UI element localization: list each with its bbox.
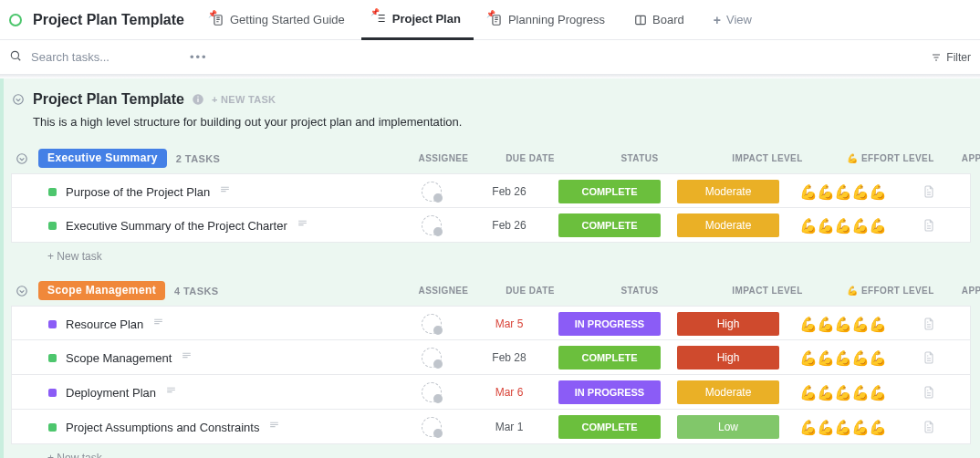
tab-project-plan[interactable]: 📌 Project Plan xyxy=(361,0,474,40)
effort-level[interactable]: 💪💪💪💪💪 xyxy=(787,349,897,367)
task-name[interactable]: Resource Plan xyxy=(66,317,143,331)
task-row[interactable]: Deployment PlanMar 6IN PROGRESSModerate💪… xyxy=(11,375,971,410)
task-name[interactable]: Deployment Plan xyxy=(66,386,156,400)
appendix-button[interactable] xyxy=(897,350,961,365)
impact-badge[interactable]: High xyxy=(677,312,779,336)
assignee-cell[interactable] xyxy=(395,348,468,368)
status-badge[interactable]: IN PROGRESS xyxy=(558,380,661,404)
plus-icon: + xyxy=(714,13,721,27)
group-badge[interactable]: Executive Summary xyxy=(38,149,167,168)
col-impact: IMPACT LEVEL xyxy=(708,286,827,296)
task-name[interactable]: Scope Management xyxy=(66,351,172,365)
filter-bar: ••• Filter xyxy=(0,40,980,75)
description-icon[interactable] xyxy=(165,385,177,400)
impact-badge[interactable]: Low xyxy=(677,415,779,439)
appendix-button[interactable] xyxy=(897,218,961,233)
status-badge[interactable]: COMPLETE xyxy=(558,180,661,203)
description-icon[interactable] xyxy=(297,218,308,233)
status-square-icon[interactable] xyxy=(48,423,57,432)
task-name[interactable]: Executive Summary of the Project Charter xyxy=(66,219,287,233)
description-icon[interactable] xyxy=(268,420,280,434)
assignee-cell[interactable] xyxy=(395,417,468,437)
due-date[interactable]: Mar 6 xyxy=(468,386,550,399)
list-icon: 📌 xyxy=(374,12,387,25)
due-date[interactable]: Feb 26 xyxy=(468,219,550,232)
search-input[interactable] xyxy=(31,50,177,64)
task-row[interactable]: Resource PlanMar 5IN PROGRESSHigh💪💪💪💪💪 xyxy=(11,306,971,340)
tab-getting-started[interactable]: 📌 Getting Started Guide xyxy=(199,0,358,40)
new-task-button[interactable]: + New task xyxy=(11,243,971,263)
due-date[interactable]: Mar 5 xyxy=(468,317,550,330)
effort-level[interactable]: 💪💪💪💪💪 xyxy=(787,419,897,436)
task-row[interactable]: Scope ManagementFeb 28COMPLETEHigh💪💪💪💪💪 xyxy=(11,340,971,375)
list-container: Project Plan Template + NEW TASK This is… xyxy=(0,78,980,458)
add-view-label: View xyxy=(726,13,752,26)
task-name[interactable]: Project Assumptions and Constraints xyxy=(66,421,259,434)
status-square-icon[interactable] xyxy=(48,354,57,362)
appendix-button[interactable] xyxy=(897,420,961,434)
filter-label: Filter xyxy=(946,51,971,64)
assignee-cell[interactable] xyxy=(395,382,468,402)
task-name-cell: Deployment Plan xyxy=(12,385,395,400)
add-view-button[interactable]: + View xyxy=(701,13,765,27)
effort-level[interactable]: 💪💪💪💪💪 xyxy=(787,384,897,401)
task-name[interactable]: Purpose of the Project Plan xyxy=(66,185,210,199)
impact-badge[interactable]: High xyxy=(677,346,779,370)
description-icon[interactable] xyxy=(219,184,231,199)
status-square-icon[interactable] xyxy=(48,320,57,328)
impact-badge[interactable]: Moderate xyxy=(677,380,779,404)
status-square-icon[interactable] xyxy=(48,188,57,196)
tab-board[interactable]: Board xyxy=(621,0,697,40)
status-badge[interactable]: COMPLETE xyxy=(558,415,661,439)
col-appendix: APPENDIX xyxy=(954,153,980,163)
assignee-cell[interactable] xyxy=(395,182,468,202)
group-badge[interactable]: Scope Management xyxy=(38,281,165,300)
collapse-list-button[interactable] xyxy=(11,92,26,107)
new-task-button[interactable]: + New task xyxy=(11,444,971,458)
due-date[interactable]: Mar 1 xyxy=(468,421,550,433)
task-row[interactable]: Purpose of the Project PlanFeb 26COMPLET… xyxy=(11,173,971,208)
due-date[interactable]: Feb 26 xyxy=(468,185,550,198)
assignee-cell[interactable] xyxy=(395,314,468,334)
task-name-cell: Resource Plan xyxy=(12,317,395,331)
new-task-header-button[interactable]: + NEW TASK xyxy=(212,94,276,105)
col-impact: IMPACT LEVEL xyxy=(708,153,827,163)
top-bar: Project Plan Template 📌 Getting Started … xyxy=(0,0,980,40)
description-icon[interactable] xyxy=(152,317,164,331)
impact-badge[interactable]: Moderate xyxy=(677,213,779,237)
assignee-placeholder-icon xyxy=(422,314,442,334)
info-icon[interactable] xyxy=(192,93,204,106)
svg-point-4 xyxy=(14,95,24,105)
filter-button[interactable]: Filter xyxy=(931,51,971,64)
appendix-button[interactable] xyxy=(897,184,961,199)
assignee-cell[interactable] xyxy=(395,215,468,235)
svg-point-3 xyxy=(11,51,18,58)
col-status: STATUS xyxy=(580,286,699,296)
effort-level[interactable]: 💪💪💪💪💪 xyxy=(787,183,897,201)
description-icon[interactable] xyxy=(181,350,193,365)
task-row[interactable]: Project Assumptions and ConstraintsMar 1… xyxy=(11,410,971,444)
status-square-icon[interactable] xyxy=(48,389,57,397)
collapse-group-button[interactable] xyxy=(15,151,29,166)
doc-icon: 📌 xyxy=(212,14,224,26)
task-row[interactable]: Executive Summary of the Project Charter… xyxy=(11,208,971,243)
status-square-icon[interactable] xyxy=(48,222,57,230)
collapse-group-button[interactable] xyxy=(15,284,29,298)
status-badge[interactable]: IN PROGRESS xyxy=(558,312,661,336)
effort-level[interactable]: 💪💪💪💪💪 xyxy=(787,316,897,333)
status-badge[interactable]: COMPLETE xyxy=(558,346,661,370)
task-name-cell: Executive Summary of the Project Charter xyxy=(12,218,395,233)
assignee-placeholder-icon xyxy=(422,348,442,368)
impact-badge[interactable]: Moderate xyxy=(677,180,779,203)
tab-label: Planning Progress xyxy=(508,13,605,26)
task-count: 2 TASKS xyxy=(176,153,220,164)
due-date[interactable]: Feb 28 xyxy=(468,351,550,364)
effort-level[interactable]: 💪💪💪💪💪 xyxy=(787,217,897,234)
appendix-button[interactable] xyxy=(897,385,961,400)
assignee-placeholder-icon xyxy=(422,382,442,402)
more-options-button[interactable]: ••• xyxy=(186,48,212,66)
status-badge[interactable]: COMPLETE xyxy=(558,213,661,237)
document-title: Project Plan Template xyxy=(33,12,184,28)
appendix-button[interactable] xyxy=(897,317,961,331)
tab-planning-progress[interactable]: 📌 Planning Progress xyxy=(477,0,618,40)
